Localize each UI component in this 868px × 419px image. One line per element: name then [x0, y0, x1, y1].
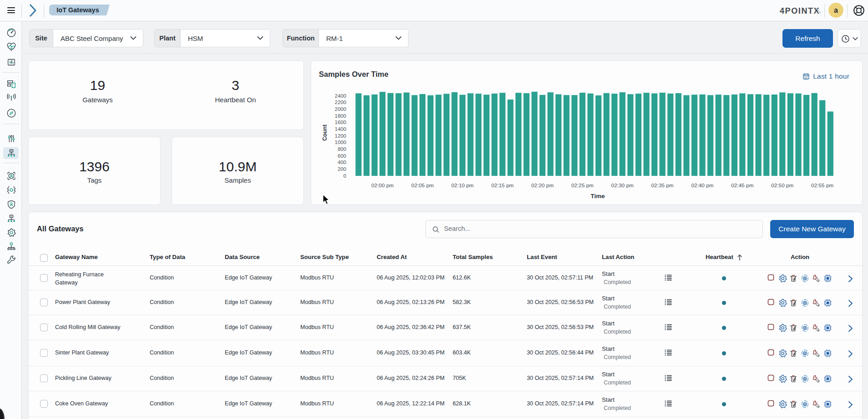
svg-text:0: 0: [343, 173, 346, 179]
svg-text:02:30 pm: 02:30 pm: [611, 182, 634, 189]
svg-text:02:35 pm: 02:35 pm: [651, 182, 674, 189]
svg-text:2000: 2000: [335, 106, 346, 112]
svg-text:2200: 2200: [335, 100, 346, 105]
svg-text:02:20 pm: 02:20 pm: [531, 182, 554, 189]
svg-text:02:55 pm: 02:55 pm: [811, 182, 833, 189]
svg-text:800: 800: [338, 146, 346, 152]
svg-text:Time: Time: [590, 193, 605, 200]
svg-text:02:05 pm: 02:05 pm: [411, 182, 434, 189]
svg-text:Count: Count: [322, 124, 328, 141]
svg-text:1000: 1000: [335, 140, 346, 145]
svg-text:02:45 pm: 02:45 pm: [731, 182, 753, 189]
svg-text:2400: 2400: [335, 93, 346, 99]
svg-text:4POINTX: 4POINTX: [780, 6, 820, 15]
svg-text:1400: 1400: [335, 126, 346, 132]
svg-text:02:40 pm: 02:40 pm: [691, 182, 713, 189]
svg-text:200: 200: [338, 166, 346, 172]
svg-text:400: 400: [338, 160, 346, 165]
svg-text:02:25 pm: 02:25 pm: [571, 182, 594, 189]
svg-text:1800: 1800: [335, 113, 346, 119]
svg-text:02:10 pm: 02:10 pm: [451, 182, 474, 189]
svg-text:1600: 1600: [335, 120, 346, 125]
svg-text:02:00 pm: 02:00 pm: [371, 182, 394, 189]
svg-text:1200: 1200: [335, 133, 346, 139]
svg-text:02:15 pm: 02:15 pm: [491, 182, 514, 189]
svg-text:600: 600: [338, 153, 346, 159]
svg-text:02:50 pm: 02:50 pm: [771, 182, 793, 189]
